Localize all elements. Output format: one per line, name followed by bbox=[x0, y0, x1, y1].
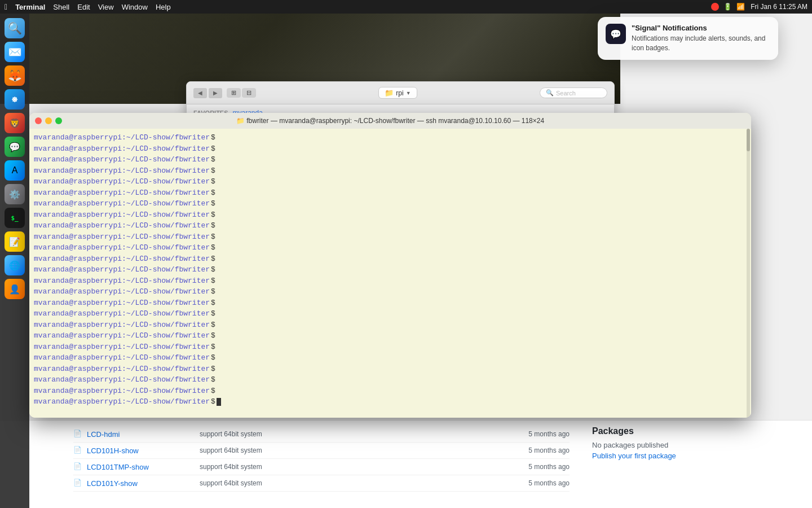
terminal-line: mvaranda@raspberrypi:~/LCD-show/fbwriter… bbox=[34, 330, 747, 341]
finder-path: 📁 rpi ▼ bbox=[261, 87, 535, 99]
prompt-user: mvaranda@raspberrypi:~/LCD-show/fbwriter bbox=[34, 321, 210, 329]
finder-path-badge[interactable]: 📁 rpi ▼ bbox=[378, 87, 417, 99]
prompt-user: mvaranda@raspberrypi:~/LCD-show/fbwriter bbox=[34, 233, 210, 241]
dock-brave-icon[interactable]: 🦁 bbox=[5, 113, 25, 133]
packages-link[interactable]: Publish your first package bbox=[592, 452, 739, 460]
apple-icon[interactable]:  bbox=[5, 2, 7, 11]
file-name-1[interactable]: LCD101H-show bbox=[87, 446, 200, 455]
dock-notes-icon[interactable]: 📝 bbox=[5, 231, 25, 252]
prompt-dollar: $ bbox=[211, 211, 215, 219]
table-row: 📄 LCD101TMP-show support 64bit system 5 … bbox=[73, 459, 570, 475]
menubar-view[interactable]: View bbox=[98, 3, 114, 11]
menubar-shell[interactable]: Shell bbox=[53, 3, 69, 11]
dock-finder-icon[interactable]: 🔍 bbox=[5, 18, 25, 38]
terminal-body[interactable]: mvaranda@raspberrypi:~/LCD-show/fbwriter… bbox=[29, 129, 751, 418]
prompt-dollar: $ bbox=[211, 199, 215, 208]
packages-none: No packages published bbox=[592, 441, 739, 449]
window-maximize-btn[interactable] bbox=[55, 117, 62, 124]
terminal-icon: 📁 bbox=[236, 117, 245, 125]
menubar-right: 🔋 📶 Fri Jan 6 11:25 AM bbox=[711, 3, 807, 11]
finder-grid-view-btn[interactable]: ⊞ bbox=[227, 88, 241, 98]
dock-appstore-icon[interactable]: A bbox=[5, 160, 25, 181]
file-desc-2: support 64bit system bbox=[200, 463, 513, 471]
prompt-user: mvaranda@raspberrypi:~/LCD-show/fbwriter bbox=[34, 265, 210, 274]
terminal-line: mvaranda@raspberrypi:~/LCD-show/fbwriter… bbox=[34, 209, 747, 221]
file-name-3[interactable]: LCD101Y-show bbox=[87, 479, 200, 488]
prompt-user: mvaranda@raspberrypi:~/LCD-show/fbwriter bbox=[34, 309, 210, 318]
menubar-icons: 🔋 📶 bbox=[711, 3, 745, 11]
dock-mail-icon[interactable]: ✉️ bbox=[5, 42, 25, 62]
finder-back-btn[interactable]: ◀ bbox=[193, 88, 207, 98]
prompt-dollar: $ bbox=[211, 331, 215, 340]
terminal-line: mvaranda@raspberrypi:~/LCD-show/fbwriter… bbox=[34, 319, 747, 331]
prompt-user: mvaranda@raspberrypi:~/LCD-show/fbwriter bbox=[34, 177, 210, 186]
terminal-cursor bbox=[217, 398, 221, 406]
file-name-0[interactable]: LCD-hdmi bbox=[87, 430, 200, 439]
dock-messages-icon[interactable]: 💬 bbox=[5, 137, 25, 157]
menubar-help[interactable]: Help bbox=[156, 3, 171, 11]
prompt-dollar: $ bbox=[211, 277, 215, 285]
dock-globe-icon[interactable]: 🌐 bbox=[5, 255, 25, 275]
notification-body: "Signal" Notifications Notifications may… bbox=[632, 24, 770, 53]
prompt-user: mvaranda@raspberrypi:~/LCD-show/fbwriter bbox=[34, 397, 210, 406]
prompt-user: mvaranda@raspberrypi:~/LCD-show/fbwriter bbox=[34, 331, 210, 340]
terminal-titlebar: 📁 fbwriter — mvaranda@raspberrypi: ~/LCD… bbox=[29, 113, 751, 129]
github-area: 📄 LCD-hdmi support 64bit system 5 months… bbox=[0, 420, 812, 508]
menubar-date: Fri Jan 6 11:25 AM bbox=[751, 3, 807, 11]
prompt-dollar: $ bbox=[211, 144, 215, 153]
terminal-line: mvaranda@raspberrypi:~/LCD-show/fbwriter… bbox=[34, 386, 747, 397]
terminal-line: mvaranda@raspberrypi:~/LCD-show/fbwriter… bbox=[34, 352, 747, 364]
menubar-left:  Terminal Shell Edit View Window Help bbox=[5, 2, 171, 11]
prompt-user: mvaranda@raspberrypi:~/LCD-show/fbwriter bbox=[34, 287, 210, 296]
dock-vscode-icon[interactable]: ⎈ bbox=[5, 89, 25, 110]
menubar:  Terminal Shell Edit View Window Help 🔋… bbox=[0, 0, 812, 14]
file-date-0: 5 months ago bbox=[513, 430, 570, 438]
prompt-dollar: $ bbox=[211, 265, 215, 274]
prompt-dollar: $ bbox=[211, 243, 215, 252]
file-desc-0: support 64bit system bbox=[200, 430, 513, 438]
terminal-line: mvaranda@raspberrypi:~/LCD-show/fbwriter… bbox=[34, 165, 747, 177]
terminal-title: 📁 fbwriter — mvaranda@raspberrypi: ~/LCD… bbox=[236, 117, 544, 125]
wifi-icon: 📶 bbox=[736, 3, 745, 11]
prompt-user: mvaranda@raspberrypi:~/LCD-show/fbwriter bbox=[34, 243, 210, 252]
prompt-user: mvaranda@raspberrypi:~/LCD-show/fbwriter bbox=[34, 155, 210, 164]
terminal-scrollbar[interactable] bbox=[747, 129, 750, 418]
notification-title: "Signal" Notifications bbox=[632, 24, 770, 32]
menubar-app-name[interactable]: Terminal bbox=[15, 3, 45, 11]
file-icon: 📄 bbox=[73, 479, 82, 488]
prompt-user: mvaranda@raspberrypi:~/LCD-show/fbwriter bbox=[34, 255, 210, 263]
file-name-2[interactable]: LCD101TMP-show bbox=[87, 463, 200, 471]
prompt-user: mvaranda@raspberrypi:~/LCD-show/fbwriter bbox=[34, 277, 210, 285]
prompt-dollar: $ bbox=[211, 255, 215, 263]
signal-icon: 💬 bbox=[610, 29, 621, 40]
terminal-line: mvaranda@raspberrypi:~/LCD-show/fbwriter… bbox=[34, 187, 747, 199]
record-icon bbox=[711, 3, 719, 11]
menubar-window[interactable]: Window bbox=[122, 3, 148, 11]
menubar-edit[interactable]: Edit bbox=[77, 3, 90, 11]
prompt-dollar: $ bbox=[211, 309, 215, 318]
terminal-line: mvaranda@raspberrypi:~/LCD-show/fbwriter… bbox=[34, 198, 747, 209]
prompt-dollar: $ bbox=[211, 177, 215, 186]
dock-profile-icon[interactable]: 👤 bbox=[5, 279, 25, 299]
terminal-line: mvaranda@raspberrypi:~/LCD-show/fbwriter… bbox=[34, 264, 747, 275]
github-files: 📄 LCD-hdmi support 64bit system 5 months… bbox=[73, 426, 570, 492]
terminal-line: mvaranda@raspberrypi:~/LCD-show/fbwriter… bbox=[34, 275, 747, 287]
prompt-user: mvaranda@raspberrypi:~/LCD-show/fbwriter bbox=[34, 211, 210, 219]
finder-search-placeholder: Search bbox=[556, 90, 576, 97]
terminal-line: mvaranda@raspberrypi:~/LCD-show/fbwriter… bbox=[34, 242, 747, 253]
window-close-btn[interactable] bbox=[35, 117, 42, 124]
signal-notification: 💬 "Signal" Notifications Notifications m… bbox=[598, 17, 778, 60]
finder-search[interactable]: 🔍 Search bbox=[540, 87, 607, 98]
terminal-line: mvaranda@raspberrypi:~/LCD-show/fbwriter… bbox=[34, 220, 747, 231]
dock-terminal-icon[interactable]: $_ bbox=[5, 208, 25, 228]
window-minimize-btn[interactable] bbox=[45, 117, 52, 124]
finder-forward-btn[interactable]: ▶ bbox=[209, 88, 222, 98]
prompt-user: mvaranda@raspberrypi:~/LCD-show/fbwriter bbox=[34, 133, 210, 142]
scrollbar-thumb[interactable] bbox=[747, 129, 750, 151]
dock-system-icon[interactable]: ⚙️ bbox=[5, 184, 25, 204]
dock-firefox-icon[interactable]: 🦊 bbox=[5, 65, 25, 86]
finder-list-view-btn[interactable]: ⊟ bbox=[242, 88, 256, 98]
terminal-line: mvaranda@raspberrypi:~/LCD-show/fbwriter… bbox=[34, 364, 747, 375]
prompt-user: mvaranda@raspberrypi:~/LCD-show/fbwriter bbox=[34, 375, 210, 384]
prompt-dollar: $ bbox=[211, 365, 215, 373]
